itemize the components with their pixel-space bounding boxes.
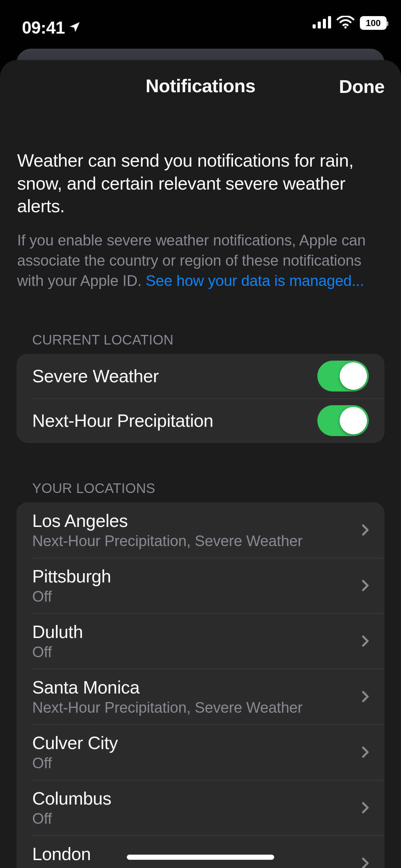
row-texts: Los Angeles Next-Hour Precipitation, Sev… [32, 510, 303, 550]
data-management-link[interactable]: See how your data is managed... [146, 272, 364, 289]
row-texts: Santa Monica Next-Hour Precipitation, Se… [32, 677, 303, 716]
current-location-group: Severe Weather Next-Hour Precipitation [16, 354, 385, 443]
location-name: Pittsburgh [32, 566, 111, 587]
location-name: Columbus [32, 788, 111, 809]
current-location-header: CURRENT LOCATION [16, 332, 385, 354]
location-name: Los Angeles [32, 510, 303, 531]
wifi-icon [337, 16, 354, 30]
current-location-section: CURRENT LOCATION Severe Weather Next-Hou… [0, 332, 401, 443]
home-indicator[interactable] [127, 855, 274, 860]
status-time-group: 09:41 [22, 18, 81, 38]
status-bar: 09:41 100 [0, 0, 401, 48]
chevron-right-icon [359, 801, 372, 815]
your-locations-group: Los Angeles Next-Hour Precipitation, Sev… [16, 502, 385, 868]
row-texts: Culver City Off [32, 733, 118, 772]
location-row-pittsburgh[interactable]: Pittsburgh Off [16, 558, 385, 613]
next-hour-precipitation-label: Next-Hour Precipitation [32, 410, 213, 431]
svg-rect-1 [318, 22, 321, 28]
location-name: Santa Monica [32, 677, 303, 698]
svg-rect-2 [323, 19, 326, 28]
location-status: Off [32, 866, 91, 868]
location-arrow-icon [68, 18, 81, 38]
toggle-knob [340, 407, 367, 434]
location-status: Next-Hour Precipitation, Severe Weather [32, 699, 303, 716]
location-status: Off [32, 643, 83, 661]
toggle-knob [340, 362, 367, 390]
location-status: Next-Hour Precipitation, Severe Weather [32, 532, 303, 550]
chevron-right-icon [359, 634, 372, 648]
chevron-right-icon [359, 856, 372, 868]
location-row-columbus[interactable]: Columbus Off [16, 780, 385, 835]
next-hour-precipitation-row: Next-Hour Precipitation [16, 398, 385, 443]
next-hour-precipitation-toggle[interactable] [317, 405, 369, 436]
description-secondary: If you enable severe weather notificatio… [17, 230, 384, 291]
svg-rect-0 [313, 24, 316, 28]
your-locations-header: YOUR LOCATIONS [16, 481, 385, 502]
severe-weather-label: Severe Weather [32, 366, 159, 386]
description-block: Weather can send you notifications for r… [0, 111, 401, 291]
cellular-icon [313, 16, 331, 30]
severe-weather-row: Severe Weather [16, 354, 385, 398]
description-primary: Weather can send you notifications for r… [17, 149, 384, 218]
row-texts: Columbus Off [32, 788, 111, 827]
row-texts: London Off [32, 844, 91, 868]
location-row-culver-city[interactable]: Culver City Off [16, 724, 385, 780]
status-time: 09:41 [22, 18, 65, 38]
status-right-group: 100 [313, 16, 387, 30]
page-title: Notifications [146, 75, 256, 96]
your-locations-section: YOUR LOCATIONS Los Angeles Next-Hour Pre… [0, 481, 401, 868]
row-texts: Pittsburgh Off [32, 566, 111, 605]
chevron-right-icon [359, 745, 372, 759]
location-name: Duluth [32, 622, 83, 642]
location-name: Culver City [32, 733, 118, 753]
sheet-content: Weather can send you notifications for r… [0, 111, 401, 868]
svg-rect-3 [328, 16, 331, 28]
location-status: Off [32, 810, 111, 827]
notifications-sheet: Notifications Done Weather can send you … [0, 60, 401, 868]
location-row-los-angeles[interactable]: Los Angeles Next-Hour Precipitation, Sev… [16, 502, 385, 558]
location-name: London [32, 844, 91, 864]
battery-icon: 100 [360, 16, 387, 30]
row-texts: Duluth Off [32, 622, 83, 661]
battery-percent: 100 [366, 18, 380, 28]
location-row-duluth[interactable]: Duluth Off [16, 613, 385, 669]
chevron-right-icon [359, 690, 372, 703]
location-row-santa-monica[interactable]: Santa Monica Next-Hour Precipitation, Se… [16, 669, 385, 724]
location-status: Off [32, 588, 111, 605]
location-status: Off [32, 755, 118, 772]
chevron-right-icon [359, 523, 372, 537]
sheet-navbar: Notifications Done [0, 60, 401, 111]
svg-point-4 [344, 26, 347, 28]
chevron-right-icon [359, 579, 372, 592]
done-button[interactable]: Done [339, 76, 385, 97]
location-row-london[interactable]: London Off [16, 835, 385, 868]
severe-weather-toggle[interactable] [317, 361, 369, 391]
